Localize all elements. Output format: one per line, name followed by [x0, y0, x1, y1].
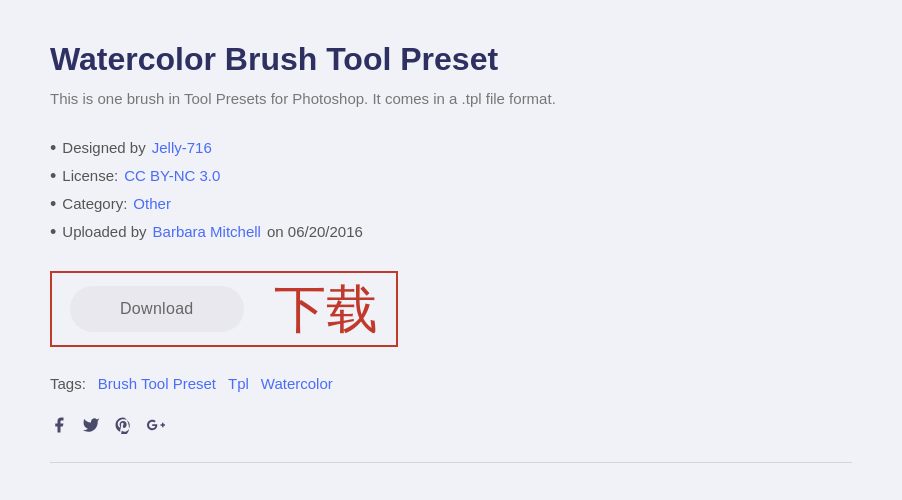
- designer-link[interactable]: Jelly-716: [152, 139, 212, 156]
- tag-link-0[interactable]: Brush Tool Preset: [98, 375, 216, 392]
- twitter-icon[interactable]: [82, 416, 100, 434]
- meta-uploaded: Uploaded by Barbara Mitchell on 06/20/20…: [50, 223, 852, 241]
- content-wrapper: Watercolor Brush Tool Preset This is one…: [50, 40, 852, 463]
- download-section: Download 下载: [50, 271, 398, 347]
- social-row: [50, 416, 852, 434]
- license-label: License:: [62, 167, 118, 184]
- category-link[interactable]: Other: [133, 195, 171, 212]
- page-title: Watercolor Brush Tool Preset: [50, 40, 852, 78]
- bottom-divider: [50, 462, 852, 463]
- tags-row: Tags: Brush Tool Preset Tpl Watercolor: [50, 375, 852, 392]
- tag-link-1[interactable]: Tpl: [228, 375, 249, 392]
- page-description: This is one brush in Tool Presets for Ph…: [50, 88, 852, 111]
- meta-designer: Designed by Jelly-716: [50, 139, 852, 157]
- category-label: Category:: [62, 195, 127, 212]
- tag-link-2[interactable]: Watercolor: [261, 375, 333, 392]
- designer-label: Designed by: [62, 139, 145, 156]
- meta-license: License: CC BY-NC 3.0: [50, 167, 852, 185]
- facebook-icon[interactable]: [50, 416, 68, 434]
- tags-label: Tags:: [50, 375, 86, 392]
- uploader-link[interactable]: Barbara Mitchell: [153, 223, 261, 240]
- chinese-download-label: 下载: [274, 283, 378, 335]
- googleplus-icon[interactable]: [146, 416, 166, 434]
- uploaded-label: Uploaded by: [62, 223, 146, 240]
- license-link[interactable]: CC BY-NC 3.0: [124, 167, 220, 184]
- download-button[interactable]: Download: [70, 286, 244, 332]
- meta-list: Designed by Jelly-716 License: CC BY-NC …: [50, 139, 852, 241]
- meta-category: Category: Other: [50, 195, 852, 213]
- pinterest-icon[interactable]: [114, 416, 132, 434]
- upload-date: on 06/20/2016: [267, 223, 363, 240]
